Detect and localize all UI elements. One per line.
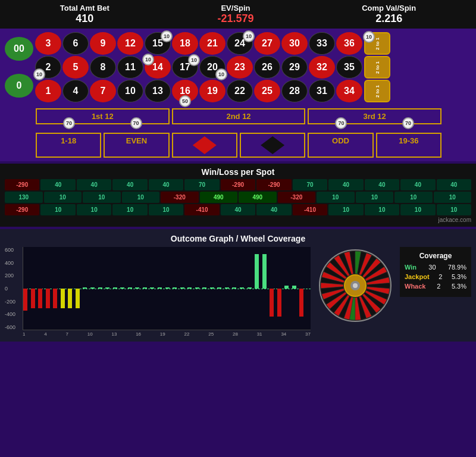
zero-zero-oval[interactable]: 00	[5, 37, 33, 61]
wl-cell: 10	[83, 192, 121, 203]
num-13[interactable]: 13	[145, 80, 171, 102]
comp-label: Comp Val/Spin	[362, 4, 416, 12]
chip-2to1-top: 10	[363, 31, 375, 43]
num-12[interactable]: 12	[117, 32, 143, 55]
chip-15: 10	[161, 30, 173, 42]
two-to-one-bot[interactable]: 2 to 1	[364, 80, 390, 102]
header: Total Amt Bet 410 EV/Spin -21.579 Comp V…	[0, 0, 476, 29]
chip-2: 10	[33, 68, 45, 80]
wl-cell: 40	[437, 179, 471, 190]
num-30[interactable]: 30	[281, 32, 308, 55]
winloss-title: Win/Loss per Spot	[5, 167, 471, 177]
num-21[interactable]: 21	[199, 32, 226, 55]
wl-cell: 40	[256, 204, 291, 215]
wl-cell: 10	[328, 204, 363, 215]
jackace-attribution: jackace.com	[5, 217, 471, 223]
chart-bar	[232, 287, 236, 289]
bet-19-36-label: 19-36	[399, 136, 418, 145]
wl-cell: -320	[278, 192, 316, 203]
wl-cell: 40	[40, 179, 75, 190]
chart-bar	[23, 289, 27, 311]
bet-odd[interactable]: ODD	[308, 133, 373, 158]
chart-bar	[83, 287, 87, 289]
comp-val-spin: Comp Val/Spin 2.216	[362, 4, 416, 25]
num-18[interactable]: 18	[172, 32, 198, 55]
ev-label: EV/Spin	[217, 4, 253, 12]
num-19[interactable]: 19	[199, 80, 226, 102]
chip-dozen3-right: 70	[402, 117, 414, 129]
num-6[interactable]: 6	[62, 32, 89, 55]
num-33[interactable]: 33	[309, 32, 335, 55]
dozen-2nd-12[interactable]: 2nd 12	[172, 108, 306, 124]
coverage-whack-count: 2	[437, 283, 440, 290]
num-34[interactable]: 34	[336, 80, 362, 102]
dozen-3rd-12[interactable]: 3rd 12 70 70	[308, 108, 441, 124]
wl-cell: 40	[328, 179, 363, 190]
num-5[interactable]: 5	[62, 56, 89, 79]
num-16[interactable]: 16 50	[172, 80, 198, 102]
dozen-1st-label: 1st 12	[92, 112, 114, 121]
num-7[interactable]: 7	[90, 80, 116, 102]
chart-bar	[38, 289, 42, 309]
num-11[interactable]: 11	[117, 56, 143, 79]
num-9[interactable]: 9	[90, 32, 116, 55]
num-8[interactable]: 8	[90, 56, 116, 79]
num-24[interactable]: 24 10	[227, 32, 253, 55]
num-14[interactable]: 14 10	[145, 56, 171, 79]
wl-cell: 10	[44, 192, 82, 203]
chip-dozen1-right: 70	[130, 117, 142, 129]
wl-cell: 40	[149, 179, 183, 190]
num-36[interactable]: 36	[336, 32, 362, 55]
num-29[interactable]: 29	[281, 56, 308, 79]
chart-bar	[158, 287, 162, 289]
y-axis-labels: 600 400 200 0 -200 -400 -600	[5, 247, 15, 330]
num-35[interactable]: 35	[336, 56, 362, 79]
num-10[interactable]: 10	[117, 80, 143, 102]
bet-19-36[interactable]: 19-36	[376, 133, 441, 158]
num-20[interactable]: 20 10	[199, 56, 226, 79]
num-1[interactable]: 1	[35, 80, 61, 102]
zero-oval[interactable]: 0	[5, 74, 33, 98]
num-23[interactable]: 23	[227, 56, 253, 79]
dozen-1st-12[interactable]: 1st 12 70 70	[36, 108, 170, 124]
bet-even[interactable]: EVEN	[104, 133, 169, 158]
chip-dozen1-left: 70	[63, 117, 75, 129]
bet-black-diamond[interactable]	[240, 133, 305, 158]
bet-1-18[interactable]: 1-18	[36, 133, 101, 158]
two-to-one-mid[interactable]: 2 to 1	[364, 56, 390, 79]
wl-cell: 40	[365, 179, 399, 190]
num-26[interactable]: 26	[254, 56, 280, 79]
chip-24: 10	[243, 30, 255, 42]
wl-cell: 10	[122, 192, 160, 203]
num-22[interactable]: 22	[227, 80, 253, 102]
wl-cell: 490	[239, 192, 277, 203]
wl-cell: 40	[221, 204, 255, 215]
chart-bar	[76, 289, 80, 309]
outcome-section: Outcome Graph / Wheel Coverage 600 400 2…	[0, 229, 476, 342]
wl-cell: -320	[161, 192, 199, 203]
chart-bar	[31, 289, 35, 309]
num-15[interactable]: 15 10	[145, 32, 171, 55]
num-32[interactable]: 32	[309, 56, 335, 79]
num-28[interactable]: 28	[281, 80, 308, 102]
two-to-one-top[interactable]: 2 to 1 10	[364, 32, 390, 55]
wl-cell: 10	[434, 192, 472, 203]
num-31[interactable]: 31	[309, 80, 335, 102]
coverage-whack-pct: 5.3%	[452, 283, 466, 290]
chart-bar	[90, 287, 95, 289]
num-25[interactable]: 25	[254, 80, 280, 102]
wl-cell: 10	[77, 204, 111, 215]
num-17[interactable]: 17 10	[172, 56, 198, 79]
wl-cell: -290	[5, 204, 39, 215]
chip-17: 10	[188, 54, 200, 66]
total-amt-bet: Total Amt Bet 410	[60, 4, 109, 25]
num-27[interactable]: 27	[254, 32, 280, 55]
total-label: Total Amt Bet	[60, 4, 109, 12]
chart-bar	[187, 287, 192, 289]
num-3[interactable]: 3	[35, 32, 61, 55]
black-diamond-icon	[261, 136, 284, 154]
coverage-win-label: Win	[405, 264, 416, 271]
num-2[interactable]: 2 10	[35, 56, 61, 79]
num-4[interactable]: 4	[62, 80, 89, 102]
bet-red-diamond[interactable]	[172, 133, 237, 158]
